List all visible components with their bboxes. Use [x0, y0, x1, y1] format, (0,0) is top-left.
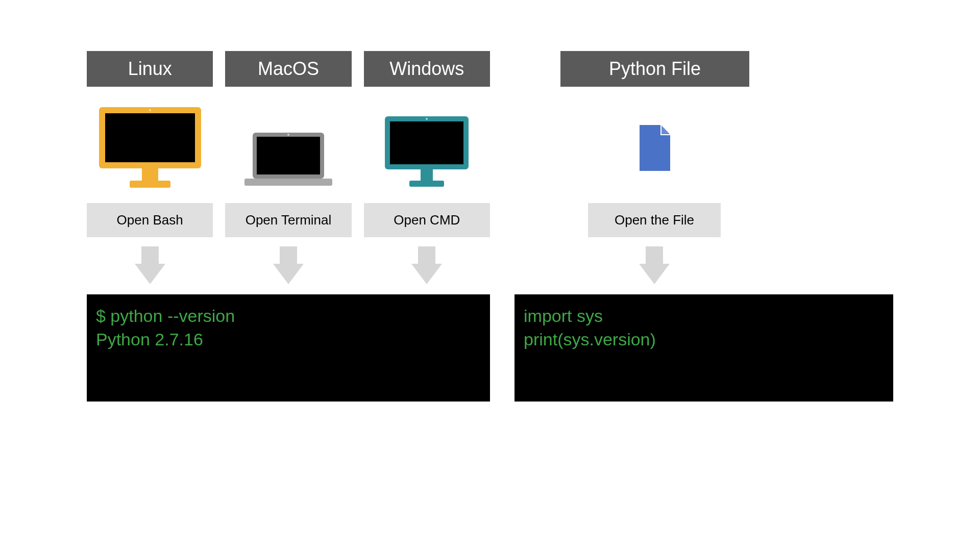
svg-point-8 [287, 134, 289, 136]
header-python-file: Python File [560, 51, 749, 87]
svg-point-13 [426, 118, 428, 120]
svg-rect-6 [257, 137, 320, 174]
arrow-macos [273, 242, 304, 288]
svg-marker-15 [661, 125, 670, 135]
header-linux: Linux [87, 51, 213, 87]
action-linux: Open Bash [87, 203, 213, 237]
svg-point-4 [149, 109, 151, 111]
header-windows: Windows [364, 51, 490, 87]
svg-rect-7 [244, 179, 332, 186]
terminal-left: $ python --version Python 2.7.16 [87, 294, 490, 402]
laptop-icon-macos [225, 97, 351, 199]
arrow-windows [411, 242, 442, 288]
os-columns: Linux Open Bash MacOS [87, 51, 490, 288]
col-macos: MacOS Open Terminal [225, 51, 351, 288]
terminal-right: import sys print(sys.version) [514, 294, 893, 402]
header-macos: MacOS [225, 51, 351, 87]
os-group: Linux Open Bash MacOS [87, 51, 490, 402]
col-windows: Windows Open CMD [364, 51, 490, 288]
svg-rect-1 [105, 113, 195, 162]
col-linux: Linux Open Bash [87, 51, 213, 288]
svg-rect-10 [390, 121, 463, 164]
svg-rect-11 [421, 169, 433, 181]
action-macos: Open Terminal [225, 203, 351, 237]
svg-rect-3 [130, 181, 170, 188]
diagram-canvas: Linux Open Bash MacOS [87, 51, 893, 500]
action-windows: Open CMD [364, 203, 490, 237]
python-file-group: Python File Open the File import sys pri… [514, 51, 893, 402]
arrow-file [588, 242, 721, 288]
monitor-icon-linux [87, 97, 213, 199]
action-open-file: Open the File [588, 203, 721, 237]
arrow-linux [135, 242, 165, 288]
svg-rect-12 [409, 181, 444, 187]
svg-rect-2 [142, 168, 158, 181]
file-icon [560, 97, 749, 199]
monitor-icon-windows [364, 97, 490, 199]
